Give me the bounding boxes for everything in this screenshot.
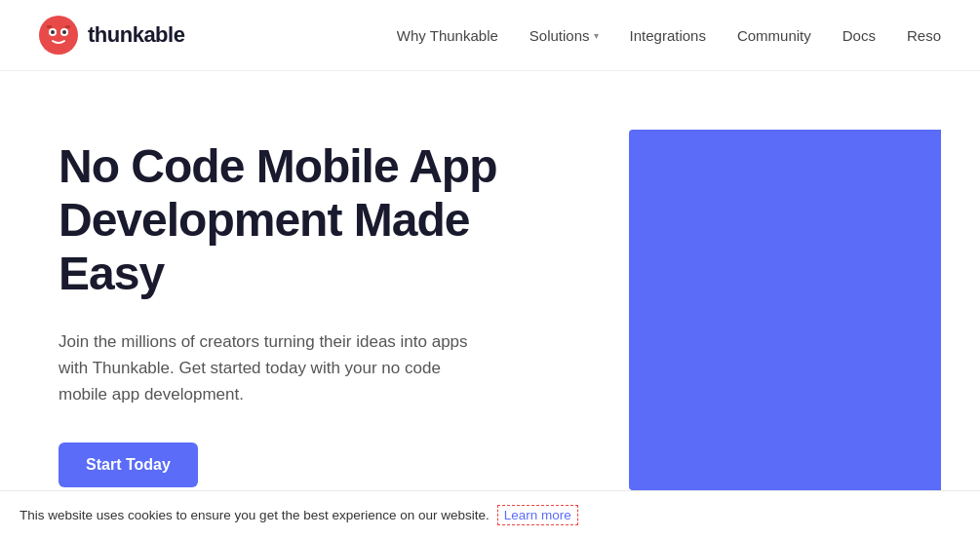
- svg-point-4: [62, 30, 66, 34]
- learn-more-link[interactable]: Learn more: [497, 505, 578, 525]
- cookie-banner: This website uses cookies to ensure you …: [0, 490, 980, 539]
- nav-docs-label: Docs: [843, 27, 876, 44]
- nav-why-thunkable[interactable]: Why Thunkable: [397, 27, 498, 44]
- nav-links: Why Thunkable Solutions ▾ Integrations C…: [397, 27, 941, 44]
- svg-point-0: [39, 16, 78, 55]
- nav-resources-label: Reso: [907, 27, 941, 44]
- nav-community[interactable]: Community: [737, 27, 811, 44]
- hero-right: [544, 130, 941, 490]
- svg-rect-6: [65, 25, 70, 28]
- start-today-button[interactable]: Start Today: [59, 443, 198, 487]
- hero-subtitle: Join the millions of creators turning th…: [59, 328, 478, 408]
- hero-title: No Code Mobile App Development Made Easy: [59, 139, 505, 301]
- nav-community-label: Community: [737, 27, 811, 44]
- nav-integrations[interactable]: Integrations: [630, 27, 706, 44]
- main-content: No Code Mobile App Development Made Easy…: [0, 71, 980, 490]
- nav-docs[interactable]: Docs: [843, 27, 876, 44]
- nav-integrations-label: Integrations: [630, 27, 706, 44]
- hero-illustration: [629, 130, 941, 490]
- svg-point-3: [51, 30, 55, 34]
- nav-why-thunkable-label: Why Thunkable: [397, 27, 498, 44]
- hero-left: No Code Mobile App Development Made Easy…: [59, 130, 544, 487]
- logo-text: thunkable: [88, 22, 184, 48]
- nav-solutions[interactable]: Solutions ▾: [529, 27, 599, 44]
- nav-resources[interactable]: Reso: [907, 27, 941, 44]
- chevron-down-icon: ▾: [594, 30, 599, 41]
- cookie-message: This website uses cookies to ensure you …: [20, 508, 490, 522]
- navbar: thunkable Why Thunkable Solutions ▾ Inte…: [0, 0, 980, 71]
- nav-solutions-label: Solutions: [529, 27, 590, 44]
- thunkable-logo-icon: [39, 16, 78, 55]
- svg-rect-5: [47, 25, 52, 28]
- logo-area: thunkable: [39, 16, 184, 55]
